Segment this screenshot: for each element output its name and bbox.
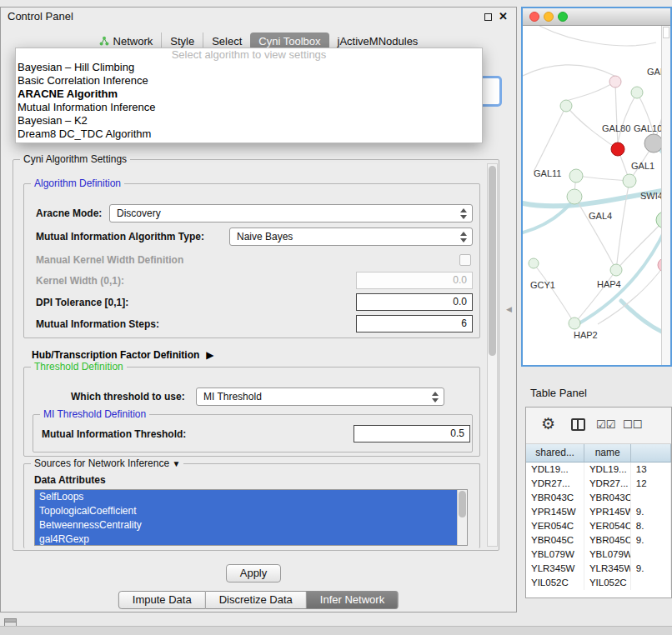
network-node[interactable] xyxy=(610,264,622,276)
network-edge[interactable] xyxy=(615,82,618,142)
apply-button[interactable]: Apply xyxy=(226,564,281,582)
network-node[interactable] xyxy=(609,76,621,88)
sources-group: Sources for Network Inference ▼ Data Att… xyxy=(23,463,480,548)
node-label: GAL11 xyxy=(534,168,561,178)
bottom-tab-infer-network[interactable]: Infer Network xyxy=(307,591,399,609)
table-cell: YBL079W xyxy=(526,548,584,562)
settings-scrollbar[interactable] xyxy=(487,163,498,547)
network-scrollbar[interactable] xyxy=(661,26,670,365)
bottom-tab-impute-data[interactable]: Impute Data xyxy=(118,591,206,609)
network-edge[interactable] xyxy=(598,265,664,324)
network-node[interactable] xyxy=(611,142,624,156)
network-edge[interactable] xyxy=(539,26,656,46)
manual-kernel-checkbox[interactable] xyxy=(459,254,471,266)
mi-steps-field[interactable]: 6 xyxy=(356,315,473,332)
network-node[interactable] xyxy=(569,169,583,182)
network-window-titlebar[interactable] xyxy=(523,8,670,26)
table-cell: YBR045C xyxy=(584,533,631,548)
scrollbar-button[interactable] xyxy=(663,27,669,38)
data-attribute-item[interactable]: SelfLoops xyxy=(35,490,458,504)
minimize-traffic-light-icon[interactable] xyxy=(544,12,554,22)
panel-title: Control Panel xyxy=(8,8,73,26)
columns-icon[interactable] xyxy=(571,418,585,431)
expand-collapsed-icon[interactable]: ▶ xyxy=(206,349,213,361)
table-cell: YBR045C xyxy=(526,533,584,548)
data-attribute-item[interactable]: TopologicalCoefficient xyxy=(35,504,458,518)
zoom-traffic-light-icon[interactable] xyxy=(558,12,568,22)
node-label: GAL4 xyxy=(589,211,612,221)
algorithm-option-basic-correlation-inference[interactable]: Basic Correlation Inference xyxy=(16,74,482,88)
scrollbar-thumb[interactable] xyxy=(459,491,466,518)
table-cell: 9. xyxy=(631,533,671,548)
expand-expanded-icon[interactable]: ▼ xyxy=(172,459,180,468)
table-row[interactable]: YER054CYER054C8. xyxy=(526,519,671,533)
table-row[interactable]: YDR27...YDR27...12 xyxy=(526,477,671,491)
node-label: GAL1 xyxy=(631,161,654,171)
column-header[interactable]: shared... xyxy=(526,444,584,462)
table-row[interactable]: YIL052CYIL052C xyxy=(526,576,671,590)
cyni-algorithm-settings-group: Cyni Algorithm Settings Algorithm Defini… xyxy=(13,159,499,551)
network-node[interactable] xyxy=(560,100,572,112)
close-traffic-light-icon[interactable] xyxy=(529,12,539,22)
splitter-collapse-icon[interactable]: ◀ xyxy=(506,305,512,313)
network-edge[interactable] xyxy=(574,197,616,270)
table-cell xyxy=(631,491,671,505)
gear-icon[interactable]: ⚙ xyxy=(541,414,555,433)
algorithm-option-bayesian-k2[interactable]: Bayesian – K2 xyxy=(16,114,482,128)
table-row[interactable]: YBR043CYBR043C xyxy=(526,491,671,505)
data-attribute-item[interactable]: gal4RGexp xyxy=(35,532,458,546)
network-edge[interactable] xyxy=(523,65,614,76)
table-row[interactable]: YBR045CYBR045C9. xyxy=(526,533,671,548)
dpi-tolerance-field[interactable]: 0.0 xyxy=(356,293,473,311)
network-node[interactable] xyxy=(623,174,636,188)
network-node[interactable] xyxy=(569,318,580,329)
network-edge[interactable] xyxy=(618,92,637,142)
which-threshold-select[interactable]: MI Threshold xyxy=(196,388,444,406)
network-edge[interactable] xyxy=(576,176,629,181)
data-attributes-list[interactable]: SelfLoopsTopologicalCoefficientBetweenne… xyxy=(34,489,468,546)
table-row[interactable]: YLR345WYLR345W9. xyxy=(526,562,671,576)
scrollbar-thumb[interactable] xyxy=(489,166,496,356)
algorithm-option-bayesian-hill-climbing[interactable]: Bayesian – Hill Climbing xyxy=(16,61,482,74)
mi-threshold-field[interactable]: 0.5 xyxy=(354,425,470,442)
threshold-definition-group: Threshold Definition Which threshold to … xyxy=(23,367,480,457)
close-icon[interactable]: ✕ xyxy=(499,10,508,23)
network-edge[interactable] xyxy=(574,270,616,323)
sources-group-title[interactable]: Sources for Network Inference ▼ xyxy=(31,458,183,469)
sources-title-text: Sources for Network Inference xyxy=(34,458,169,469)
table-cell: 9. xyxy=(631,505,671,519)
bottom-tab-discretize-data[interactable]: Discretize Data xyxy=(206,591,307,609)
float-window-icon[interactable] xyxy=(484,13,492,21)
aracne-mode-select[interactable]: Discovery xyxy=(109,204,473,222)
network-node[interactable] xyxy=(529,258,539,268)
algorithm-option-mutual-information-inference[interactable]: Mutual Information Inference xyxy=(16,101,482,114)
network-canvas[interactable]: GAL8GAL80GAL10GAL11GAL1SWI4GAL4GCY1HAP4H… xyxy=(523,26,672,367)
data-attribute-item[interactable]: BetweennessCentrality xyxy=(35,518,458,532)
network-edge[interactable] xyxy=(534,106,566,172)
algorithm-option-aracne-algorithm[interactable]: ARACNE Algorithm xyxy=(16,88,482,101)
network-edge[interactable] xyxy=(578,228,666,324)
list-scrollbar[interactable] xyxy=(457,490,467,545)
deselect-all-icon[interactable]: ☐☐ xyxy=(623,418,642,431)
node-label: GAL80 xyxy=(602,123,630,133)
kernel-width-field[interactable]: 0.0 xyxy=(356,272,473,289)
network-node[interactable] xyxy=(631,87,643,98)
mi-threshold-label: Mutual Information Threshold: xyxy=(42,425,186,443)
table-panel-window: ⚙ ☑☑ ☐☐ shared...name YDL19...YDL19...13… xyxy=(525,407,672,598)
mi-type-select[interactable]: Naive Bayes xyxy=(229,228,473,246)
network-edge[interactable] xyxy=(616,181,629,270)
table-cell: YDL19... xyxy=(526,462,584,477)
network-edge[interactable] xyxy=(534,263,574,323)
table-row[interactable]: YPR145WYPR145W9. xyxy=(526,505,671,519)
network-edge[interactable] xyxy=(566,82,615,101)
network-node[interactable] xyxy=(644,134,663,152)
table-row[interactable]: YDL19...YDL19...13 xyxy=(526,462,671,477)
select-all-icon[interactable]: ☑☑ xyxy=(596,418,615,431)
column-header[interactable]: name xyxy=(584,444,631,462)
popup-placeholder: Select algorithm to view settings xyxy=(16,48,482,61)
column-header[interactable] xyxy=(631,444,671,462)
network-node[interactable] xyxy=(567,189,582,204)
algorithm-option-dream8-dc-tdc-algorithm[interactable]: Dream8 DC_TDC Algorithm xyxy=(16,128,482,141)
mi-type-label: Mutual Information Algorithm Type: xyxy=(36,228,204,246)
table-row[interactable]: YBL079WYBL079W xyxy=(526,548,671,562)
